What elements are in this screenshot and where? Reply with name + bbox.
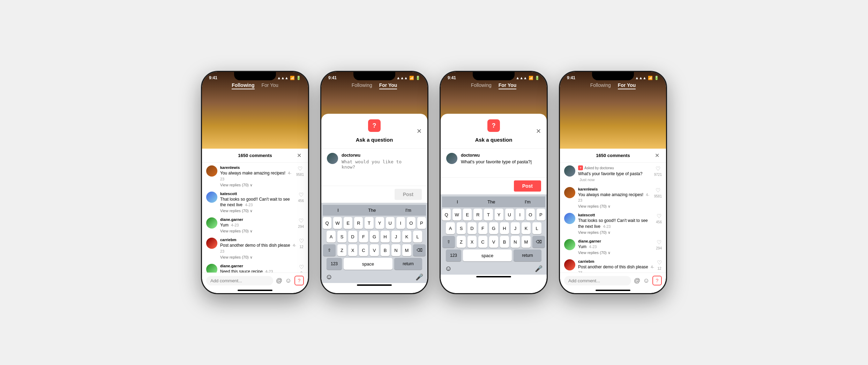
key-s[interactable]: S: [337, 231, 346, 243]
mic-key-3[interactable]: 🎤: [535, 265, 542, 273]
view-replies[interactable]: View replies (70) ∨: [220, 209, 295, 213]
view-replies[interactable]: View replies (70) ∨: [220, 255, 296, 260]
key-n[interactable]: N: [391, 244, 401, 256]
key-k-3[interactable]: K: [522, 222, 531, 234]
key-q[interactable]: Q: [323, 217, 331, 229]
key-j-3[interactable]: J: [511, 222, 520, 234]
key-123[interactable]: 123: [327, 258, 342, 270]
suggestion-the-3[interactable]: The: [485, 199, 498, 205]
key-e[interactable]: E: [344, 217, 352, 229]
key-return[interactable]: return: [394, 258, 422, 270]
heart-icon[interactable]: ♡: [299, 238, 304, 244]
key-d[interactable]: D: [348, 231, 357, 243]
nav-following-2[interactable]: Following: [352, 82, 372, 89]
key-y-3[interactable]: Y: [495, 209, 503, 221]
key-l[interactable]: L: [413, 231, 422, 243]
key-123-3[interactable]: 123: [446, 249, 461, 261]
heart-icon[interactable]: ♡: [656, 187, 660, 194]
key-x-3[interactable]: X: [467, 236, 477, 248]
suggestion-im-3[interactable]: I'm: [522, 199, 533, 205]
key-o-3[interactable]: O: [526, 209, 535, 221]
view-replies[interactable]: View replies (70) ∨: [220, 183, 293, 187]
heart-icon[interactable]: ♡: [298, 165, 302, 172]
key-backspace-3[interactable]: ⌫: [532, 236, 545, 248]
close-comments-4[interactable]: ✕: [653, 152, 660, 159]
key-z[interactable]: Z: [337, 244, 346, 256]
comments-list-1[interactable]: karenlewis You always make amazing recip…: [202, 163, 308, 273]
nav-foryou-3[interactable]: For You: [499, 82, 517, 89]
heart-icon[interactable]: ♡: [299, 192, 304, 198]
nav-foryou-2[interactable]: For You: [379, 82, 397, 89]
post-button-2[interactable]: Post: [395, 189, 422, 200]
key-g[interactable]: G: [370, 231, 379, 243]
key-h[interactable]: H: [381, 231, 390, 243]
key-k[interactable]: K: [402, 231, 411, 243]
key-r-3[interactable]: R: [473, 209, 482, 221]
key-i-3[interactable]: I: [516, 209, 524, 221]
at-icon-4[interactable]: @: [634, 277, 640, 284]
key-z-3[interactable]: Z: [457, 236, 466, 248]
emoji-key-2[interactable]: ☺: [326, 273, 332, 281]
nav-following-3[interactable]: Following: [471, 82, 492, 89]
close-comments-1[interactable]: ✕: [295, 152, 302, 159]
nav-following-1[interactable]: Following: [232, 82, 254, 89]
view-replies[interactable]: View replies (70) ∨: [578, 204, 651, 209]
suggestion-i-3[interactable]: I: [454, 199, 461, 205]
suggestion-i[interactable]: I: [335, 207, 342, 214]
modal-filled-text-3[interactable]: What's your favorite type of pasta?|: [461, 159, 541, 173]
suggestion-im[interactable]: I'm: [403, 207, 414, 214]
view-replies[interactable]: View replies (70) ∨: [220, 229, 295, 233]
key-l-3[interactable]: L: [532, 222, 541, 234]
key-m-3[interactable]: M: [522, 236, 531, 248]
nav-foryou-1[interactable]: For You: [262, 82, 278, 89]
key-p-3[interactable]: P: [537, 209, 545, 221]
suggestion-the[interactable]: The: [365, 207, 379, 214]
post-button-3[interactable]: Post: [514, 180, 541, 192]
key-shift[interactable]: ⇧: [323, 244, 336, 256]
nav-following-4[interactable]: Following: [590, 82, 611, 89]
key-backspace[interactable]: ⌫: [413, 244, 426, 256]
key-d-3[interactable]: D: [467, 222, 477, 234]
key-q-3[interactable]: Q: [442, 209, 451, 221]
comment-input-1[interactable]: [206, 276, 273, 285]
mic-key-2[interactable]: 🎤: [416, 273, 423, 281]
key-space-3[interactable]: space: [463, 249, 512, 261]
key-v[interactable]: V: [370, 244, 379, 256]
at-icon[interactable]: @: [276, 277, 282, 284]
key-o[interactable]: O: [407, 217, 416, 229]
key-a-3[interactable]: A: [446, 222, 455, 234]
view-replies[interactable]: View replies (70) ∨: [578, 230, 653, 235]
key-b-3[interactable]: B: [500, 236, 509, 248]
key-w[interactable]: W: [333, 217, 342, 229]
key-t[interactable]: T: [365, 217, 373, 229]
modal-close-3[interactable]: ✕: [536, 127, 541, 135]
comment-input-4[interactable]: [564, 276, 631, 285]
key-y[interactable]: Y: [375, 217, 384, 229]
heart-icon[interactable]: ♡: [299, 217, 304, 224]
key-n-3[interactable]: N: [511, 236, 520, 248]
emoji-key-3[interactable]: ☺: [445, 265, 452, 273]
key-h-3[interactable]: H: [500, 222, 509, 234]
key-i[interactable]: I: [396, 217, 405, 229]
key-g-3[interactable]: G: [489, 222, 498, 234]
key-shift-3[interactable]: ⇧: [442, 236, 455, 248]
heart-icon[interactable]: ♡: [657, 213, 661, 219]
key-j[interactable]: J: [391, 231, 401, 243]
key-u[interactable]: U: [386, 217, 395, 229]
key-w-3[interactable]: W: [452, 209, 461, 221]
key-a[interactable]: A: [327, 231, 336, 243]
key-s-3[interactable]: S: [457, 222, 466, 234]
emoji-icon-4[interactable]: ☺: [643, 277, 649, 284]
emoji-icon[interactable]: ☺: [285, 277, 291, 284]
key-c[interactable]: C: [359, 244, 368, 256]
heart-icon[interactable]: ♡: [656, 165, 660, 172]
modal-textarea-2[interactable]: [342, 159, 403, 180]
key-p[interactable]: P: [417, 217, 426, 229]
comments-list-4[interactable]: ? Asked by doctorwu What's your favorite…: [560, 163, 666, 273]
key-f[interactable]: F: [359, 231, 368, 243]
key-m[interactable]: M: [402, 244, 411, 256]
heart-icon[interactable]: ♡: [299, 264, 304, 270]
key-v-3[interactable]: V: [489, 236, 498, 248]
question-button-1[interactable]: ?: [294, 276, 304, 285]
key-r[interactable]: R: [354, 217, 363, 229]
